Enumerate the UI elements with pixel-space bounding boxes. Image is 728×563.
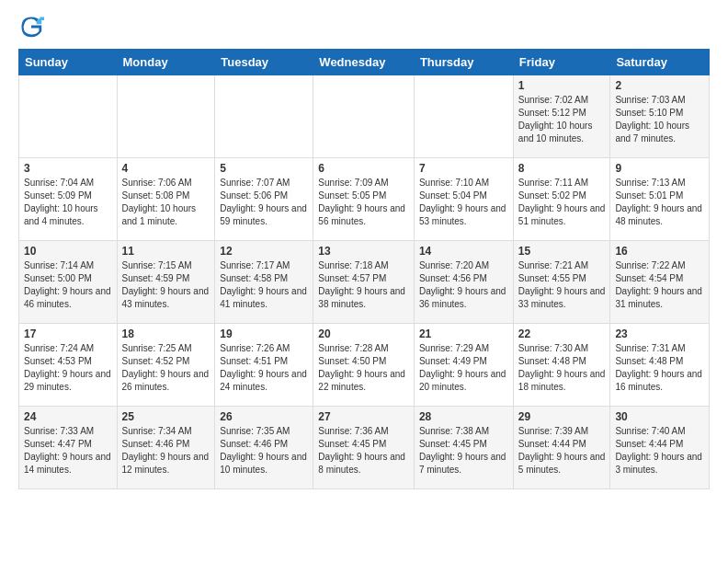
day-number: 14 [419,245,508,258]
logo-icon [18,14,44,40]
calendar-cell: 20Sunrise: 7:28 AM Sunset: 4:50 PM Dayli… [313,324,415,407]
day-number: 18 [122,327,210,340]
calendar-cell: 5Sunrise: 7:07 AM Sunset: 5:06 PM Daylig… [215,158,313,241]
calendar-wrapper: SundayMondayTuesdayWednesdayThursdayFrid… [0,49,728,499]
day-info: Sunrise: 7:09 AM Sunset: 5:05 PM Dayligh… [318,177,409,228]
calendar-cell: 19Sunrise: 7:26 AM Sunset: 4:51 PM Dayli… [215,324,313,407]
day-number: 30 [615,410,704,423]
day-info: Sunrise: 7:11 AM Sunset: 5:02 PM Dayligh… [518,177,606,228]
day-info: Sunrise: 7:15 AM Sunset: 4:59 PM Dayligh… [122,259,210,311]
calendar-cell: 6Sunrise: 7:09 AM Sunset: 5:05 PM Daylig… [313,158,415,241]
day-number: 20 [318,327,409,340]
calendar-body: 1Sunrise: 7:02 AM Sunset: 5:12 PM Daylig… [19,75,710,489]
calendar-cell: 17Sunrise: 7:24 AM Sunset: 4:53 PM Dayli… [19,324,118,407]
calendar-cell: 26Sunrise: 7:35 AM Sunset: 4:46 PM Dayli… [215,407,313,489]
day-number: 27 [318,410,409,423]
calendar-cell [19,75,118,158]
day-info: Sunrise: 7:06 AM Sunset: 5:08 PM Dayligh… [122,177,210,228]
day-header-thursday: Thursday [414,50,513,75]
day-number: 16 [615,245,704,258]
calendar-header: SundayMondayTuesdayWednesdayThursdayFrid… [19,50,710,75]
day-info: Sunrise: 7:38 AM Sunset: 4:45 PM Dayligh… [419,425,508,477]
day-number: 17 [24,327,112,340]
calendar-cell: 8Sunrise: 7:11 AM Sunset: 5:02 PM Daylig… [513,158,610,241]
day-info: Sunrise: 7:20 AM Sunset: 4:56 PM Dayligh… [419,259,508,311]
calendar-cell: 16Sunrise: 7:22 AM Sunset: 4:54 PM Dayli… [610,241,710,324]
calendar-cell [313,75,415,158]
day-info: Sunrise: 7:04 AM Sunset: 5:09 PM Dayligh… [24,177,112,228]
calendar-cell: 14Sunrise: 7:20 AM Sunset: 4:56 PM Dayli… [414,241,513,324]
day-header-friday: Friday [513,50,610,75]
day-info: Sunrise: 7:10 AM Sunset: 5:04 PM Dayligh… [419,177,508,228]
calendar-cell: 9Sunrise: 7:13 AM Sunset: 5:01 PM Daylig… [610,158,710,241]
day-header-wednesday: Wednesday [313,50,415,75]
day-number: 2 [615,79,704,92]
calendar-table: SundayMondayTuesdayWednesdayThursdayFrid… [18,49,710,489]
day-number: 28 [419,410,508,423]
calendar-cell [117,75,215,158]
day-number: 6 [318,162,409,175]
calendar-cell: 29Sunrise: 7:39 AM Sunset: 4:44 PM Dayli… [513,407,610,489]
day-info: Sunrise: 7:18 AM Sunset: 4:57 PM Dayligh… [318,259,409,311]
day-number: 4 [122,162,210,175]
logo [18,14,48,40]
day-info: Sunrise: 7:25 AM Sunset: 4:52 PM Dayligh… [122,342,210,394]
calendar-cell: 1Sunrise: 7:02 AM Sunset: 5:12 PM Daylig… [513,75,610,158]
week-row-4: 17Sunrise: 7:24 AM Sunset: 4:53 PM Dayli… [19,324,710,407]
day-header-saturday: Saturday [610,50,710,75]
calendar-cell: 3Sunrise: 7:04 AM Sunset: 5:09 PM Daylig… [19,158,118,241]
day-info: Sunrise: 7:39 AM Sunset: 4:44 PM Dayligh… [518,425,606,477]
day-number: 23 [615,327,704,340]
day-number: 21 [419,327,508,340]
day-info: Sunrise: 7:17 AM Sunset: 4:58 PM Dayligh… [220,259,308,311]
day-header-monday: Monday [117,50,215,75]
day-info: Sunrise: 7:40 AM Sunset: 4:44 PM Dayligh… [615,425,704,477]
day-info: Sunrise: 7:36 AM Sunset: 4:45 PM Dayligh… [318,425,409,477]
calendar-cell [215,75,313,158]
calendar-cell: 11Sunrise: 7:15 AM Sunset: 4:59 PM Dayli… [117,241,215,324]
calendar-cell: 2Sunrise: 7:03 AM Sunset: 5:10 PM Daylig… [610,75,710,158]
day-number: 19 [220,327,308,340]
calendar-cell: 30Sunrise: 7:40 AM Sunset: 4:44 PM Dayli… [610,407,710,489]
day-number: 24 [24,410,112,423]
day-info: Sunrise: 7:02 AM Sunset: 5:12 PM Dayligh… [518,94,606,145]
day-number: 3 [24,162,112,175]
calendar-cell: 15Sunrise: 7:21 AM Sunset: 4:55 PM Dayli… [513,241,610,324]
calendar-cell: 7Sunrise: 7:10 AM Sunset: 5:04 PM Daylig… [414,158,513,241]
day-number: 12 [220,245,308,258]
day-header-tuesday: Tuesday [215,50,313,75]
day-info: Sunrise: 7:24 AM Sunset: 4:53 PM Dayligh… [24,342,112,394]
day-info: Sunrise: 7:29 AM Sunset: 4:49 PM Dayligh… [419,342,508,394]
day-info: Sunrise: 7:13 AM Sunset: 5:01 PM Dayligh… [615,177,704,228]
day-info: Sunrise: 7:30 AM Sunset: 4:48 PM Dayligh… [518,342,606,394]
day-number: 7 [419,162,508,175]
week-row-3: 10Sunrise: 7:14 AM Sunset: 5:00 PM Dayli… [19,241,710,324]
calendar-cell: 22Sunrise: 7:30 AM Sunset: 4:48 PM Dayli… [513,324,610,407]
day-number: 13 [318,245,409,258]
calendar-cell: 4Sunrise: 7:06 AM Sunset: 5:08 PM Daylig… [117,158,215,241]
calendar-cell: 25Sunrise: 7:34 AM Sunset: 4:46 PM Dayli… [117,407,215,489]
day-info: Sunrise: 7:22 AM Sunset: 4:54 PM Dayligh… [615,259,704,311]
day-info: Sunrise: 7:35 AM Sunset: 4:46 PM Dayligh… [220,425,308,477]
calendar-cell: 28Sunrise: 7:38 AM Sunset: 4:45 PM Dayli… [414,407,513,489]
calendar-cell [414,75,513,158]
calendar-cell: 18Sunrise: 7:25 AM Sunset: 4:52 PM Dayli… [117,324,215,407]
day-number: 10 [24,245,112,258]
day-info: Sunrise: 7:33 AM Sunset: 4:47 PM Dayligh… [24,425,112,477]
day-info: Sunrise: 7:34 AM Sunset: 4:46 PM Dayligh… [122,425,210,477]
calendar-cell: 23Sunrise: 7:31 AM Sunset: 4:48 PM Dayli… [610,324,710,407]
day-info: Sunrise: 7:07 AM Sunset: 5:06 PM Dayligh… [220,177,308,228]
day-info: Sunrise: 7:28 AM Sunset: 4:50 PM Dayligh… [318,342,409,394]
day-number: 15 [518,245,606,258]
week-row-2: 3Sunrise: 7:04 AM Sunset: 5:09 PM Daylig… [19,158,710,241]
calendar-cell: 10Sunrise: 7:14 AM Sunset: 5:00 PM Dayli… [19,241,118,324]
day-info: Sunrise: 7:26 AM Sunset: 4:51 PM Dayligh… [220,342,308,394]
day-info: Sunrise: 7:21 AM Sunset: 4:55 PM Dayligh… [518,259,606,311]
day-number: 11 [122,245,210,258]
day-number: 25 [122,410,210,423]
day-number: 22 [518,327,606,340]
day-header-sunday: Sunday [19,50,118,75]
day-number: 9 [615,162,704,175]
day-number: 8 [518,162,606,175]
week-row-5: 24Sunrise: 7:33 AM Sunset: 4:47 PM Dayli… [19,407,710,489]
